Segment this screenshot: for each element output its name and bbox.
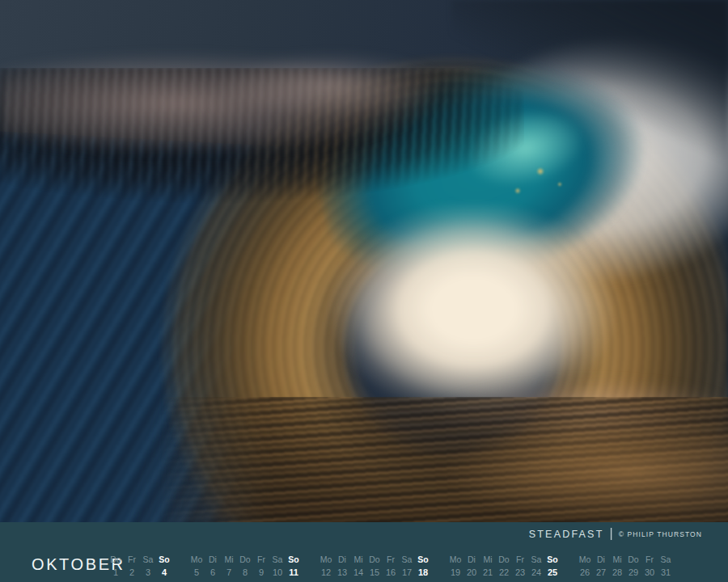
weekday-label: Do (369, 555, 379, 564)
photo-layer-teal-barrel (296, 20, 679, 334)
weekday-label: Mo (191, 555, 203, 564)
date-label: 31 (661, 568, 671, 577)
week-group: Mo 5 Di 6 Mi 7 (188, 555, 302, 578)
day-column: So 18 (415, 555, 431, 578)
credit-brand: STEADFAST (529, 529, 604, 540)
month-title: OKTOBER (32, 555, 108, 574)
date-label: 5 (194, 568, 199, 577)
date-label: 13 (337, 568, 347, 577)
date-label: 10 (273, 568, 282, 577)
day-column: Fr 30 (641, 555, 658, 578)
date-label: 30 (645, 568, 654, 577)
date-label: 28 (612, 568, 622, 577)
day-column: So 11 (286, 555, 302, 578)
date-label: 8 (243, 568, 248, 577)
wave-photo (0, 0, 728, 522)
date-label: 23 (515, 568, 525, 577)
weekday-label: Fr (257, 555, 265, 564)
day-column: Mo 19 (447, 555, 463, 578)
date-label: 7 (226, 568, 231, 577)
photo-layer-left-water (0, 130, 397, 522)
weekday-label: Mo (450, 555, 462, 564)
date-label: 29 (629, 568, 638, 577)
date-label: 11 (289, 568, 298, 577)
photo-layer-white-spray (387, 0, 728, 348)
date-label: 22 (499, 568, 509, 577)
calendar-strip: STEADFAST | © PHILIP THURSTON OKTOBER Do… (0, 522, 728, 582)
photo-layer-bright-core (320, 204, 626, 433)
day-column: Mi 14 (350, 555, 366, 578)
date-label: 2 (129, 568, 134, 577)
day-column: Sa 10 (269, 555, 286, 578)
weekday-label: Di (209, 555, 217, 564)
weekday-label: Do (498, 555, 509, 564)
credit-byline: © PHILIP THURSTON (619, 530, 702, 538)
photo-layer-bottom-water (160, 397, 728, 522)
weekday-label: Sa (143, 555, 154, 564)
day-column: Do 1 (108, 555, 124, 578)
week-group: Mo 12 Di 13 Mi 14 (318, 555, 431, 578)
date-label: 6 (210, 568, 215, 577)
calendar-page: STEADFAST | © PHILIP THURSTON OKTOBER Do… (0, 0, 728, 582)
date-label: 26 (580, 568, 590, 577)
day-column: So 4 (156, 555, 172, 578)
weekday-label: Mi (353, 555, 362, 564)
date-label: 1 (113, 568, 118, 577)
week-group: Mo 26 Di 27 Mi 28 (577, 555, 674, 578)
day-column: Fr 2 (124, 555, 140, 578)
day-column: Mi 21 (480, 555, 496, 578)
photo-layer-golden-curl (0, 0, 728, 522)
photo-layer-dark-corner (451, 0, 728, 167)
photo-layer-crest-tendrils (0, 68, 524, 209)
day-column: Sa 3 (140, 555, 156, 578)
weekday-label: Di (338, 555, 346, 564)
weekday-label: Sa (531, 555, 542, 564)
photo-credit-badge: STEADFAST | © PHILIP THURSTON (529, 527, 702, 542)
date-label: 27 (596, 568, 606, 577)
week-group: Do 1 Fr 2 Sa 3 (108, 555, 172, 578)
date-label: 24 (531, 568, 541, 577)
weekday-label: Do (110, 555, 121, 564)
day-column: Do 22 (496, 555, 512, 578)
weekday-label: Mi (224, 555, 233, 564)
day-column: Di 13 (334, 555, 350, 578)
day-column: Do 15 (366, 555, 383, 578)
weekday-label: Mi (483, 555, 492, 564)
day-column: Mi 28 (609, 555, 625, 578)
weekday-label: Sa (402, 555, 413, 564)
date-label: 18 (418, 568, 428, 577)
weekday-label: Di (468, 555, 476, 564)
date-label: 19 (451, 568, 460, 577)
day-column: So 25 (544, 555, 561, 578)
day-column: Do 8 (237, 555, 253, 578)
day-column: Mi 7 (221, 555, 237, 578)
weekday-label: Sa (273, 555, 283, 564)
day-column: Di 6 (205, 555, 221, 578)
date-label: 3 (146, 568, 150, 577)
day-column: Sa 24 (528, 555, 544, 578)
calendar-row: OKTOBER Do 1 Fr 2 (32, 555, 674, 578)
date-label: 14 (353, 568, 363, 577)
day-column: Sa 17 (399, 555, 415, 578)
date-label: 16 (386, 568, 396, 577)
weekday-label: So (417, 555, 428, 564)
day-column: Di 20 (463, 555, 480, 578)
date-label: 4 (162, 568, 167, 577)
weekday-label: Do (628, 555, 638, 564)
week-group: Mo 19 Di 20 Mi 21 (447, 555, 561, 578)
date-label: 12 (321, 568, 331, 577)
calendar-weeks: Do 1 Fr 2 Sa 3 (108, 555, 674, 578)
photo-layer-pink-glow (0, 32, 553, 152)
weekday-label: Fr (645, 555, 654, 564)
weekday-label: Fr (128, 555, 136, 564)
weekday-label: Fr (516, 555, 524, 564)
day-column: Do 29 (625, 555, 641, 578)
photo-layer-pink-band (379, 376, 728, 454)
date-label: 25 (548, 568, 557, 577)
date-label: 21 (483, 568, 493, 577)
day-column: Sa 31 (658, 555, 674, 578)
weekday-label: Sa (661, 555, 671, 564)
date-label: 15 (370, 568, 379, 577)
weekday-label: Mo (320, 555, 332, 564)
day-column: Fr 9 (253, 555, 269, 578)
